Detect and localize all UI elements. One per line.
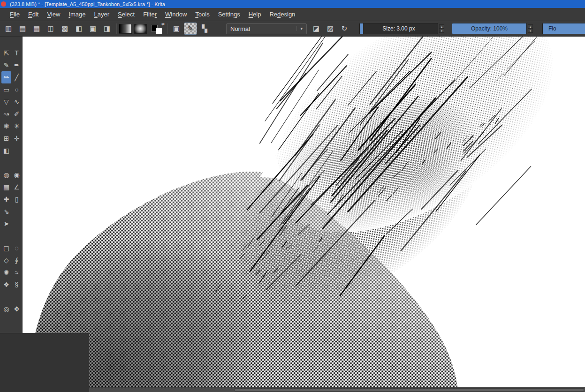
canvas-area[interactable] (23, 37, 585, 392)
tool-icon: ▭ (3, 86, 9, 93)
contiguous-selection-tool[interactable]: ✺ (1, 266, 11, 279)
multibrush-tool[interactable]: ✳ (12, 120, 22, 132)
spin-down-icon[interactable]: ▾ (528, 29, 533, 33)
eraser-mode-button[interactable]: ◪ (310, 23, 323, 35)
spin-down-icon[interactable]: ▾ (439, 29, 444, 33)
menu-filter[interactable]: Filter (139, 11, 161, 18)
icon-glyph: ▦ (33, 24, 40, 33)
background-color-swatch[interactable] (156, 28, 162, 34)
text-tool[interactable]: T (12, 47, 22, 59)
tool-icon: ✐ (14, 110, 20, 118)
color-sampler-tool[interactable]: ◉ (12, 169, 22, 181)
menu-select[interactable]: Select (114, 11, 139, 18)
dynamic-brush-tool[interactable]: ❃ (1, 120, 11, 132)
magnetic-selection-tool[interactable]: § (12, 279, 22, 291)
icon-glyph: ▣ (90, 24, 96, 33)
menu-view[interactable]: View (43, 11, 64, 18)
tool-icon: ✎ (4, 61, 9, 69)
tool-icon: ↝ (4, 110, 9, 118)
line-tool[interactable]: ╱ (12, 71, 22, 83)
grid-boxes-icon-8[interactable]: ◨ (100, 23, 114, 35)
close-button[interactable] (1, 1, 6, 7)
grid-boxes-icon-2[interactable]: ▤ (16, 23, 29, 35)
spin-up-icon[interactable]: ▴ (528, 24, 533, 29)
grid-boxes-icon-3[interactable]: ▦ (30, 23, 43, 35)
select-shapes-tool[interactable]: ➤ (1, 218, 11, 230)
freehand-path-tool[interactable]: ✐ (12, 108, 22, 120)
menu-file[interactable]: File (6, 11, 24, 18)
preset-chooser-button[interactable]: ▚ (198, 23, 211, 35)
blending-mode-dropdown[interactable]: Normal ▾ (226, 23, 307, 34)
gradient-chooser-swatch[interactable] (119, 24, 132, 34)
reference-images-tool[interactable]: ▯ (12, 193, 22, 205)
pattern-chooser-swatch[interactable] (134, 24, 147, 34)
brush-size-slider[interactable]: Size: 3.00 px (359, 23, 438, 34)
elliptical-selection-tool[interactable]: ◌ (12, 242, 22, 254)
edit-brush-settings-button[interactable]: ▣ (170, 23, 183, 35)
similar-color-selection-tool[interactable]: ≈ (12, 266, 22, 279)
grid-boxes-icon-7[interactable]: ▣ (86, 23, 99, 35)
tool-icon: ✺ (4, 269, 9, 276)
menu-redesign[interactable]: Redesign (265, 11, 299, 18)
calligraphy-tool[interactable]: ✒ (12, 59, 22, 71)
grid-boxes-icon-5[interactable]: ▩ (58, 23, 71, 35)
transform-tool[interactable]: ⇱ (1, 47, 11, 59)
polyline-tool[interactable]: ∿ (12, 96, 22, 108)
crop-tool[interactable]: ⊞ (1, 132, 11, 144)
edit-shapes-tool[interactable]: ✎ (1, 59, 11, 71)
menu-window[interactable]: Window (161, 11, 191, 18)
icon-glyph: ◧ (76, 24, 82, 33)
brush-preset-button[interactable]: ✎ (184, 23, 197, 35)
main-toolbar: ▥ ▤ ▦ ◫ ▩ ◧ ▣ ◨ ⇄ ▣ ✎ ▚ (0, 21, 585, 37)
bezier-curve-tool[interactable]: ↝ (1, 108, 11, 120)
title-bar[interactable]: (323.8 MiB) * - [Template_A5_450ppi_Tank… (0, 0, 585, 8)
scrollbar-thumb[interactable] (235, 388, 584, 392)
freehand-brush-tool[interactable]: ✏ (1, 71, 11, 83)
menu-tools[interactable]: Tools (191, 11, 213, 18)
menu-edit[interactable]: Edit (24, 11, 43, 18)
menu-bar: File Edit View Image Layer Select Filter… (0, 8, 585, 21)
tool-icon: ➤ (4, 220, 9, 227)
toolbar-separator (167, 23, 168, 34)
measure-tool[interactable]: ∠ (12, 181, 22, 193)
tool-icon: T (15, 49, 19, 57)
tool-icon: ○ (15, 86, 18, 93)
reload-preset-button[interactable]: ↻ (338, 23, 351, 35)
opacity-slider[interactable]: Opacity: 100% (452, 23, 527, 34)
preserve-alpha-button[interactable]: ▨ (324, 23, 337, 35)
menu-help[interactable]: Help (244, 11, 266, 18)
smart-patch-tool[interactable]: ⇘ (1, 205, 11, 218)
opacity-spinner[interactable]: ▴ ▾ (528, 24, 533, 33)
size-spinner[interactable]: ▴ ▾ (439, 24, 444, 33)
menu-settings[interactable]: Settings (214, 11, 244, 18)
tool-icon: ✒ (14, 61, 20, 69)
flow-slider[interactable]: Flo (542, 23, 585, 34)
preset-chooser-icon: ▚ (202, 24, 207, 33)
menu-image[interactable]: Image (64, 11, 90, 18)
polygonal-selection-tool[interactable]: ◇ (1, 254, 11, 266)
bezier-selection-tool[interactable]: ❖ (1, 279, 11, 291)
rectangle-tool[interactable]: ▭ (1, 83, 11, 96)
spin-up-icon[interactable]: ▴ (439, 24, 444, 29)
move-tool[interactable]: ✛ (12, 132, 22, 144)
grid-boxes-icon-4[interactable]: ◫ (44, 23, 57, 35)
swap-colors-icon[interactable]: ⇄ (161, 22, 165, 26)
pan-tool[interactable]: ✥ (12, 303, 22, 315)
assistants-tool[interactable]: ✚ (1, 193, 11, 205)
foreground-background-colors[interactable]: ⇄ (151, 23, 165, 35)
fill-tool[interactable]: ◍ (1, 169, 11, 181)
rectangular-selection-tool[interactable]: ▢ (1, 242, 11, 254)
menu-layer[interactable]: Layer (90, 11, 114, 18)
freehand-selection-tool[interactable]: ∮ (12, 254, 22, 266)
gradient-tool[interactable]: ◧ (1, 144, 11, 157)
grid-boxes-icon-6[interactable]: ◧ (72, 23, 85, 35)
polygon-tool[interactable]: ▽ (1, 96, 11, 108)
pattern-edit-tool[interactable]: ▦ (1, 181, 11, 193)
horizontal-scrollbar[interactable] (89, 387, 585, 392)
tool-icon: ✳ (14, 122, 20, 130)
zoom-tool[interactable]: ◎ (1, 303, 11, 315)
grid-boxes-icon-1[interactable]: ▥ (2, 23, 15, 35)
tool-icon: ✥ (14, 305, 20, 313)
icon-glyph: ▤ (19, 24, 26, 33)
ellipse-tool[interactable]: ○ (12, 83, 22, 96)
